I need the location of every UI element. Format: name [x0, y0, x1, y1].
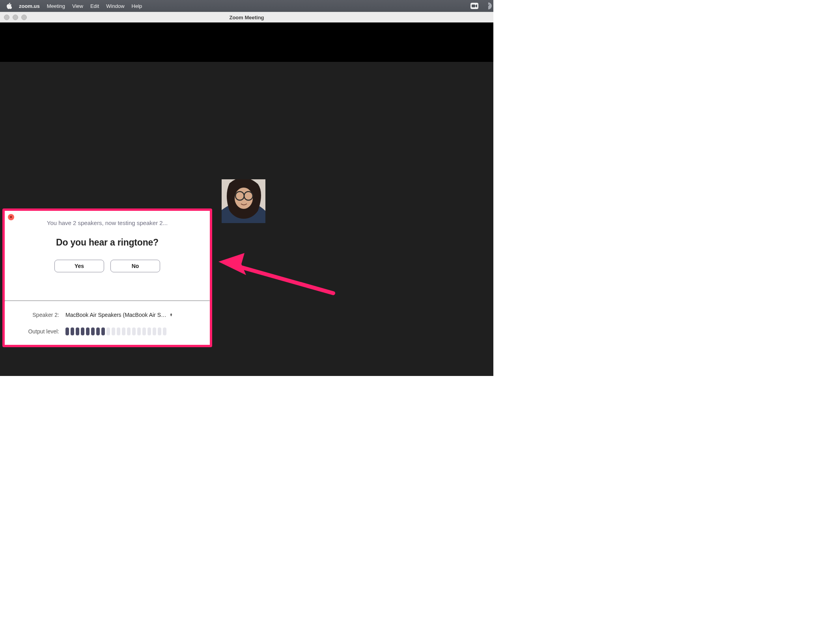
level-segment [158, 327, 161, 335]
dialog-main: You have 2 speakers, now testing speaker… [5, 211, 210, 300]
level-segment [81, 327, 84, 335]
level-segment [86, 327, 90, 335]
menu-help[interactable]: Help [132, 3, 142, 9]
level-segment [137, 327, 141, 335]
level-segment [106, 327, 110, 335]
level-segment [71, 327, 74, 335]
dialog-details: Speaker 2: MacBook Air Speakers (MacBook… [5, 301, 210, 345]
level-segment [117, 327, 120, 335]
output-level-row: Output level: [16, 327, 199, 335]
dialog-title: Do you hear a ringtone? [13, 237, 202, 248]
level-segment [101, 327, 105, 335]
speaker-test-dialog: ✕ You have 2 speakers, now testing speak… [2, 208, 212, 347]
level-segment [127, 327, 131, 335]
menubar-left: zoom.us Meeting View Edit Window Help [6, 3, 142, 9]
level-segment [132, 327, 136, 335]
video-top-strip [0, 22, 493, 62]
level-segment [65, 327, 69, 335]
level-segment [147, 327, 151, 335]
meeting-video-area: ✕ You have 2 speakers, now testing speak… [0, 22, 493, 376]
svg-rect-1 [472, 5, 475, 7]
menu-window[interactable]: Window [106, 3, 124, 9]
level-segment [163, 327, 166, 335]
no-button[interactable]: No [110, 260, 160, 272]
speaker-select-value: MacBook Air Speakers (MacBook Air S… [65, 312, 166, 318]
level-segment [153, 327, 156, 335]
window-minimize-button[interactable] [13, 15, 18, 20]
window-close-button[interactable] [4, 15, 9, 20]
traffic-lights [4, 15, 27, 20]
speaker-label: Speaker 2: [16, 312, 65, 318]
level-segment [76, 327, 79, 335]
macos-menubar: zoom.us Meeting View Edit Window Help ✓ [0, 0, 493, 12]
level-segment [112, 327, 115, 335]
yes-button[interactable]: Yes [54, 260, 104, 272]
menu-edit[interactable]: Edit [90, 3, 99, 9]
menubar-overflow-icon[interactable]: ✓ [485, 2, 492, 9]
menu-meeting[interactable]: Meeting [47, 3, 65, 9]
window-title: Zoom Meeting [229, 15, 264, 20]
speaker-select[interactable]: MacBook Air Speakers (MacBook Air S… ▲▼ [65, 312, 199, 318]
dialog-buttons: Yes No [13, 260, 202, 272]
output-level-meter [65, 327, 166, 335]
speaker-row: Speaker 2: MacBook Air Speakers (MacBook… [16, 312, 199, 318]
menubar-right: ✓ [470, 2, 489, 9]
dialog-subtitle: You have 2 speakers, now testing speaker… [13, 220, 202, 226]
level-segment [142, 327, 146, 335]
level-segment [96, 327, 100, 335]
output-level-label: Output level: [16, 328, 65, 335]
window-zoom-button[interactable] [21, 15, 27, 20]
level-segment [122, 327, 125, 335]
level-segment [91, 327, 95, 335]
zoom-tray-icon[interactable] [470, 3, 478, 9]
menu-app-name[interactable]: zoom.us [19, 3, 40, 9]
close-icon[interactable]: ✕ [8, 214, 14, 220]
participant-video-tile[interactable] [222, 179, 265, 223]
apple-icon[interactable] [6, 3, 12, 9]
annotation-arrow [217, 253, 335, 296]
chevron-updown-icon: ▲▼ [170, 313, 173, 316]
menu-view[interactable]: View [72, 3, 83, 9]
window-titlebar: Zoom Meeting [0, 12, 493, 22]
